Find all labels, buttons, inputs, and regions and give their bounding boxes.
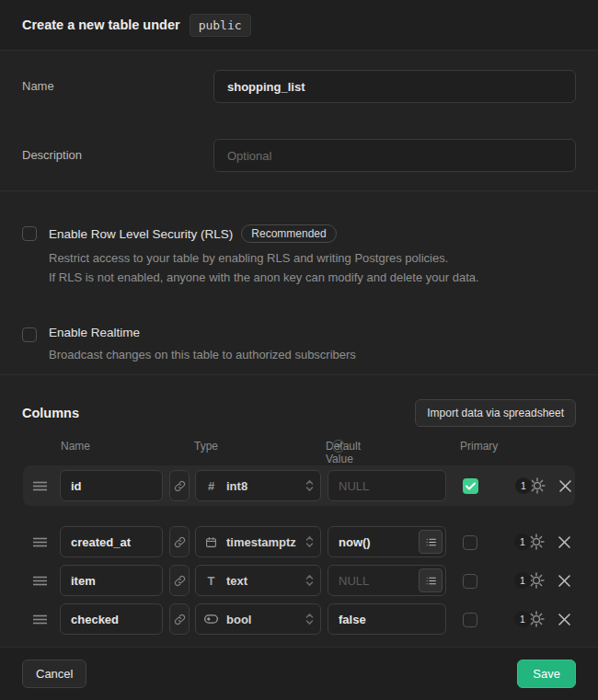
- chevron-up-down-icon: [305, 574, 314, 587]
- drag-handle-icon[interactable]: [33, 614, 47, 625]
- realtime-block: Enable Realtime Broadcast changes on thi…: [22, 326, 576, 364]
- column-row-item: T text 1: [23, 561, 575, 600]
- hash-icon: #: [204, 479, 218, 493]
- foreign-key-link-icon[interactable]: [169, 603, 190, 635]
- import-spreadsheet-button[interactable]: Import data via spreadsheet: [415, 399, 576, 427]
- column-name-input[interactable]: [60, 565, 163, 596]
- column-settings-button[interactable]: 1: [514, 571, 546, 590]
- header-name: Name: [61, 440, 90, 453]
- remove-column-icon[interactable]: [558, 613, 571, 626]
- dialog-title: Create a new table under: [22, 17, 180, 32]
- columns-table-headers: Name Type Default Value ? Primary: [0, 440, 598, 456]
- rls-block: Enable Row Level Security (RLS) Recommen…: [22, 224, 576, 287]
- column-settings-button[interactable]: 1: [514, 533, 546, 551]
- column-name-input[interactable]: [60, 603, 163, 635]
- columns-section: Columns Import data via spreadsheet Name…: [0, 375, 598, 647]
- letter-T-icon: T: [204, 574, 218, 588]
- realtime-description: Broadcast changes on this table to autho…: [49, 345, 356, 364]
- remove-column-icon[interactable]: [558, 574, 571, 588]
- name-row: Name: [22, 70, 576, 103]
- rls-checkbox[interactable]: [22, 226, 37, 241]
- primary-checkbox[interactable]: [463, 613, 477, 627]
- help-icon[interactable]: ?: [332, 440, 345, 453]
- columns-title: Columns: [22, 406, 79, 420]
- primary-checkbox[interactable]: [463, 574, 477, 589]
- cancel-button[interactable]: Cancel: [22, 660, 86, 688]
- table-options-section: Enable Row Level Security (RLS) Recommen…: [0, 191, 598, 375]
- column-type-select[interactable]: T text: [195, 565, 321, 596]
- settings-count-badge: 1: [514, 572, 531, 589]
- rls-label: Enable Row Level Security (RLS): [49, 227, 233, 241]
- foreign-key-link-icon[interactable]: [169, 565, 190, 596]
- drag-handle-icon[interactable]: [33, 537, 47, 547]
- chevron-up-down-icon: [305, 613, 314, 625]
- recommended-badge: Recommended: [241, 224, 336, 243]
- table-details-section: Name Description: [0, 51, 598, 191]
- remove-column-icon[interactable]: [558, 535, 571, 549]
- toggle-icon: [204, 614, 218, 624]
- description-label: Description: [22, 139, 213, 162]
- drag-handle-icon[interactable]: [33, 576, 47, 586]
- rls-text: Enable Row Level Security (RLS) Recommen…: [49, 224, 479, 287]
- save-button[interactable]: Save: [517, 660, 576, 688]
- column-type-select[interactable]: bool: [195, 603, 321, 635]
- default-value-picker-icon[interactable]: [419, 568, 443, 592]
- foreign-key-link-icon[interactable]: [169, 470, 190, 501]
- header-type: Type: [194, 440, 218, 453]
- dialog-header: Create a new table under public: [0, 0, 598, 51]
- description-row: Description: [22, 139, 576, 172]
- header-primary: Primary: [460, 440, 498, 453]
- create-table-dialog: Create a new table under public Name Des…: [0, 0, 598, 700]
- schema-badge: public: [190, 14, 251, 37]
- realtime-text: Enable Realtime Broadcast changes on thi…: [49, 326, 356, 364]
- chevron-up-down-icon: [305, 479, 314, 492]
- column-default-input: [328, 470, 446, 501]
- column-settings-button[interactable]: 1: [515, 476, 546, 495]
- chevron-up-down-icon: [305, 535, 314, 548]
- realtime-checkbox[interactable]: [22, 327, 37, 342]
- column-default-input[interactable]: [328, 603, 446, 635]
- remove-column-icon[interactable]: [558, 479, 572, 493]
- primary-checkbox[interactable]: [463, 478, 478, 494]
- dialog-footer: Cancel Save: [0, 647, 598, 700]
- column-settings-button[interactable]: 1: [514, 610, 546, 628]
- column-row-id: # int8 1: [23, 465, 575, 506]
- default-value-picker-icon[interactable]: [419, 530, 443, 554]
- realtime-label: Enable Realtime: [49, 326, 140, 339]
- foreign-key-link-icon[interactable]: [169, 526, 190, 557]
- drag-handle-icon[interactable]: [33, 481, 47, 491]
- name-label: Name: [22, 70, 213, 93]
- settings-count-badge: 1: [514, 611, 531, 627]
- column-type-select[interactable]: # int8: [195, 470, 321, 501]
- column-row-checked: bool 1: [23, 600, 575, 638]
- settings-count-badge: 1: [514, 534, 531, 550]
- column-name-input[interactable]: [60, 470, 163, 501]
- rls-description: Restrict access to your table by enablin…: [49, 248, 479, 287]
- table-description-input[interactable]: [213, 139, 576, 172]
- column-name-input[interactable]: [60, 526, 163, 557]
- calendar-icon: [204, 536, 218, 548]
- column-row-created-at: timestamptz 1: [23, 522, 575, 561]
- column-type-select[interactable]: timestamptz: [195, 526, 321, 557]
- primary-checkbox[interactable]: [463, 535, 477, 550]
- table-name-input[interactable]: [213, 70, 576, 103]
- settings-count-badge: 1: [515, 477, 532, 494]
